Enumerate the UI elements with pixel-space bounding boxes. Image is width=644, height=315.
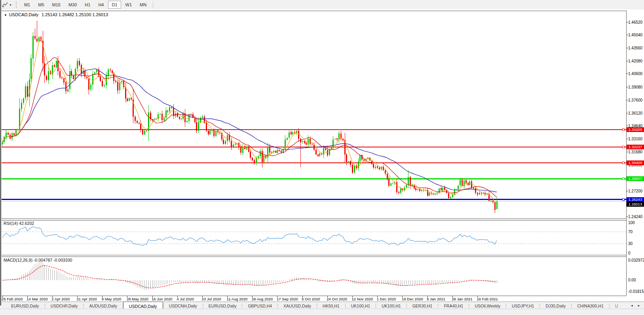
rsi-tick-label: 70 <box>628 230 633 234</box>
price-tick-label: 1.36120 <box>628 111 642 115</box>
status-strip <box>0 309 644 315</box>
price-tick-label: 1.31680 <box>628 150 642 154</box>
macd-label: MACD(12,26,9) -0.004787 -0.003330 <box>4 258 72 262</box>
rsi-tick-label: 30 <box>628 241 633 246</box>
date-tick-label: 23 Jul 2020 <box>201 297 221 301</box>
timeframe-button-h1[interactable]: H1 <box>81 1 94 9</box>
tool-dropdown-icon[interactable]: ▼ <box>9 4 12 6</box>
tab-partial[interactable]: U <box>610 302 619 309</box>
price-tick-label: 1.27200 <box>628 189 642 193</box>
date-tick-label: 16 Feb 2021 <box>477 297 498 301</box>
macd-tick-label: 0.00 <box>628 278 636 282</box>
tab-uk100-h1[interactable]: UK100,H1 <box>376 302 406 309</box>
date-tick-label: 12 Nov 2020 <box>352 297 373 301</box>
timeframe-button-d1[interactable]: D1 <box>108 1 121 9</box>
macd-tick-label: -0.018154 <box>628 289 644 294</box>
price-tick-label: 1.39080 <box>628 85 642 89</box>
ma-slow-line <box>2 69 497 192</box>
date-tick-label: 21 Apr 2020 <box>77 297 97 301</box>
collapse-arrow-icon[interactable]: ▼ <box>4 13 7 17</box>
date-tick-label: 19 Dec 2020 <box>402 297 423 301</box>
tab-usoil-weekly[interactable]: USOil,Weekly <box>469 302 506 309</box>
price-tick-label: 1.43560 <box>628 46 642 50</box>
tabs-scroll-left-icon[interactable]: ◄ <box>628 304 635 307</box>
price-tick-label: 1.42080 <box>628 59 642 63</box>
tab-uk100-h1[interactable]: UK100,H1 <box>346 302 376 309</box>
rsi-value: 42.6202 <box>19 221 34 226</box>
timeframe-button-m5[interactable]: M5 <box>34 1 47 9</box>
level-price-label: 1.34206 <box>627 127 644 132</box>
macd-values: -0.004787 -0.003330 <box>34 258 72 262</box>
date-tick-label: 9 Jan 2021 <box>427 297 445 301</box>
tab-hk50-h1[interactable]: HK50,H1 <box>317 302 345 309</box>
timeframe-button-h4[interactable]: H4 <box>95 1 107 9</box>
toolbar-grip[interactable] <box>16 2 18 8</box>
timeframe-button-m1[interactable]: M1 <box>21 1 34 9</box>
date-tick-label: 2 Apr 2020 <box>51 297 70 301</box>
tab-eurusd-daily[interactable]: EURUSD,Daily <box>6 302 45 309</box>
chart-title: ▼USDCAD,Daily1.25143 1.26482 1.25100 1.2… <box>4 12 108 17</box>
date-tick-label: 16 Jun 2020 <box>152 297 172 301</box>
tab-xauusd-daily[interactable]: XAUUSD,Daily <box>278 302 317 309</box>
tab-usdcnh-daily[interactable]: USDCNH,Daily <box>163 302 203 309</box>
date-tick-label: 28 Jan 2021 <box>452 297 472 301</box>
date-tick-label: 4 Jul 2020 <box>177 297 194 301</box>
rsi-label: RSI(14) 42.6202 <box>4 221 34 226</box>
chart-draw-tool-icon[interactable] <box>2 2 9 8</box>
chart-window[interactable]: ▼USDCAD,Daily1.25143 1.26482 1.25100 1.2… <box>0 9 644 302</box>
toolbar-separator <box>153 1 153 8</box>
timeframe-button-mn[interactable]: MN <box>136 1 150 9</box>
level-line-handle[interactable] <box>622 146 624 148</box>
current-price-label: 1.26013 <box>627 202 644 207</box>
timeframe-buttons: M1M5M15M30H1H4D1W1MN <box>20 1 150 9</box>
price-chart-canvas[interactable] <box>0 9 644 302</box>
rsi-tick-label: 100 <box>628 221 635 225</box>
level-price-label: 1.30409 <box>627 160 644 165</box>
tab-audusd-daily[interactable]: AUDUSD,Daily <box>84 302 123 309</box>
level-price-label: 1.26243 <box>627 197 644 202</box>
timeframe-button-w1[interactable]: W1 <box>122 1 136 9</box>
top-toolbar: ▼ M1M5M15M30H1H4D1W1MN <box>0 0 644 10</box>
date-tick-label: 17 Sep 2020 <box>277 297 298 301</box>
timeframe-button-m30[interactable]: M30 <box>65 1 80 9</box>
chart-tab-bar: EURUSD,DailyUSDCHF,DailyAUDUSD,DailyUSDC… <box>0 302 644 309</box>
timeframe-button-m15[interactable]: M15 <box>49 1 64 9</box>
tab-gbpusd-h4[interactable]: GBPUSD,H4 <box>242 302 277 309</box>
tab-fra40-h1[interactable]: FRA40,H1 <box>438 302 469 309</box>
price-tick-label: 1.45040 <box>628 33 642 37</box>
price-tick-label: 1.24240 <box>628 215 642 219</box>
rsi-tick-label: 0 <box>628 251 631 255</box>
window-left-border <box>0 0 2 306</box>
date-tick-label: 1 Dec 2020 <box>377 297 396 301</box>
chart-ohlc-values: 1.25143 1.26482 1.25100 1.26013 <box>42 12 108 17</box>
macd-tick-label: 0.032972 <box>628 258 644 262</box>
date-tick-label: 11 Aug 2020 <box>227 297 248 301</box>
date-tick-label: 28 May 2020 <box>127 297 148 301</box>
price-tick-label: 1.46520 <box>628 20 642 25</box>
level-line-handle[interactable] <box>622 129 624 131</box>
level-line-handle[interactable] <box>622 198 624 200</box>
macd-signal-line <box>2 266 497 288</box>
date-tick-label: 6 Oct 2020 <box>302 297 320 301</box>
date-tick-label: 9 May 2020 <box>102 297 122 301</box>
price-tick-label: 1.40600 <box>628 72 642 76</box>
level-price-label: 1.32237 <box>627 145 644 149</box>
level-price-label: 1.28607 <box>627 176 644 181</box>
tab-dj30-daily[interactable]: DJ30,Daily <box>540 302 571 309</box>
tab-usdjpy-h1[interactable]: USDJPY,H1 <box>506 302 540 309</box>
level-line-handle[interactable] <box>622 178 624 180</box>
candles-group <box>2 21 498 213</box>
price-tick-label: 1.37600 <box>628 98 642 102</box>
tab-usdchf-daily[interactable]: USDCHF,Daily <box>45 302 84 309</box>
chart-symbol-label: USDCAD,Daily <box>9 12 38 17</box>
date-tick-label: 14 Mar 2020 <box>27 297 47 301</box>
date-tick-label: 29 Aug 2020 <box>252 297 273 301</box>
tab-usdcad-daily[interactable]: USDCAD,Daily <box>123 302 163 309</box>
tab-ger30-h1[interactable]: GER30,H1 <box>407 302 438 309</box>
level-line-handle[interactable] <box>622 162 624 164</box>
date-tick-label: 24 Oct 2020 <box>327 297 347 301</box>
tabs-scroll-right-icon[interactable]: ► <box>635 304 642 307</box>
rsi-line <box>2 227 497 246</box>
tab-eurusd-daily[interactable]: EURUSD,Daily <box>203 302 242 309</box>
tab-china300-h1[interactable]: CHINA300,H1 <box>572 302 609 309</box>
